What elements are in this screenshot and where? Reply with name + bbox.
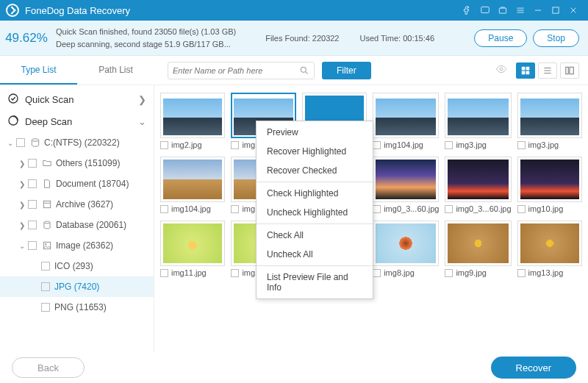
stop-button[interactable]: Stop [533,29,579,47]
checkbox[interactable] [445,205,453,213]
checkbox[interactable] [373,205,381,213]
menu-item[interactable]: Check Highlighted [257,184,373,203]
svg-rect-16 [43,242,50,248]
preview-toggle-icon[interactable] [494,63,509,77]
pause-button[interactable]: Pause [474,29,527,47]
menu-icon[interactable] [512,1,529,19]
checkbox[interactable] [231,141,239,149]
menu-separator [257,265,373,266]
menu-item[interactable]: Uncheck Highlighted [257,203,373,222]
file-thumbnail[interactable] [373,221,439,266]
tree-archive[interactable]: ❯ Archive (3627) [0,194,154,215]
tree-ico[interactable]: ICO (293) [0,256,154,276]
search-icon [299,65,309,76]
file-thumbnail[interactable] [445,93,511,138]
tree-database[interactable]: ❯ Database (20061) [0,215,154,235]
tree-image[interactable]: ⌄ Image (26362) [0,235,154,256]
checkbox[interactable] [28,179,37,188]
tree-drive[interactable]: ⌄ C:(NTFS) (220322) [0,132,154,153]
file-card[interactable]: img3.jpg [445,93,511,149]
checkbox[interactable] [28,221,37,229]
tree-png[interactable]: PNG (11653) [0,297,154,318]
checkbox[interactable] [231,205,239,213]
file-card[interactable]: img11.jpg [160,221,225,277]
menu-item[interactable]: Recover Checked [257,161,373,180]
file-name: img3.jpg [528,140,559,149]
maximize-icon[interactable] [547,1,564,19]
checkbox[interactable] [445,141,453,149]
checkbox[interactable] [160,205,168,213]
back-button[interactable]: Back [12,357,85,378]
file-card[interactable]: img104.jpg [160,157,225,213]
file-thumbnail[interactable] [445,221,511,266]
view-detail-button[interactable] [560,62,579,79]
checkbox[interactable] [160,141,168,149]
checkbox[interactable] [231,269,239,277]
file-thumbnail[interactable] [160,221,225,266]
filter-button[interactable]: Filter [322,62,371,79]
menu-item[interactable]: Uncheck All [257,245,373,264]
file-thumbnail[interactable] [373,157,439,202]
checkbox[interactable] [41,282,50,291]
minimize-icon[interactable] [529,1,547,19]
checkbox[interactable] [445,269,453,277]
checkbox[interactable] [28,159,37,168]
file-card[interactable]: img3.jpg [517,93,582,149]
sidebar-deep-scan[interactable]: Deep Scan ⌄ [0,110,154,132]
close-icon[interactable] [564,1,582,19]
menu-item[interactable]: Preview [257,123,373,142]
file-thumbnail[interactable] [517,221,582,266]
checkbox[interactable] [28,200,37,209]
image-placeholder [448,223,508,263]
file-card[interactable]: img104.jpg [373,93,439,149]
chevron-right-icon: ❯ [18,201,26,209]
menu-item[interactable]: List Preview File and Info [257,268,373,297]
facebook-icon[interactable] [459,1,476,19]
tree-jpg[interactable]: JPG (7420) [0,276,154,297]
search-box[interactable] [168,62,315,79]
file-card[interactable]: img10.jpg [517,157,582,213]
checkbox[interactable] [28,241,37,250]
file-name: img104.jpg [171,204,211,213]
checkbox[interactable] [517,269,526,277]
view-list-button[interactable] [538,62,557,79]
view-grid-button[interactable] [516,62,535,79]
checkbox[interactable] [373,141,381,149]
svg-rect-10 [570,67,573,74]
sidebar-quick-scan[interactable]: Quick Scan ❯ [0,88,154,110]
file-thumbnail[interactable] [445,157,511,202]
file-thumbnail[interactable] [160,93,225,138]
tab-path-list[interactable]: Path List [77,56,154,85]
feedback-icon[interactable] [476,1,494,19]
tree-others[interactable]: ❯ Others (151099) [0,153,154,173]
checkbox[interactable] [41,262,50,271]
checkbox[interactable] [41,303,50,312]
purchase-icon[interactable] [494,1,512,19]
tree-document[interactable]: ❯ Document (18704) [0,173,154,194]
tab-type-list[interactable]: Type List [0,56,77,85]
search-input[interactable] [173,66,299,75]
file-thumbnail[interactable] [517,157,582,202]
checkbox[interactable] [373,269,381,277]
file-thumbnail[interactable] [517,93,582,138]
app-title: FoneDog Data Recovery [25,5,130,16]
recover-button[interactable]: Recover [491,357,576,379]
checkbox[interactable] [517,141,526,149]
file-card[interactable]: img13.jpg [517,221,582,277]
app-logo-icon [6,4,19,17]
chevron-right-icon: ❯ [138,94,146,105]
file-card[interactable]: img0_3...60.jpg [373,157,439,213]
menu-item[interactable]: Recover Highlighted [257,142,373,161]
checkbox[interactable] [517,205,526,213]
file-card[interactable]: img2.jpg [160,93,225,149]
checkbox[interactable] [160,269,168,277]
file-thumbnail[interactable] [160,157,225,202]
checkbox[interactable] [16,138,25,147]
file-card[interactable]: img8.jpg [373,221,439,277]
file-card[interactable]: img9.jpg [445,221,511,277]
menu-item[interactable]: Check All [257,226,373,245]
file-card[interactable]: img0_3...60.jpg [445,157,511,213]
image-placeholder [376,160,436,199]
scan-percent: 49.62% [0,31,53,46]
file-thumbnail[interactable] [373,93,439,138]
